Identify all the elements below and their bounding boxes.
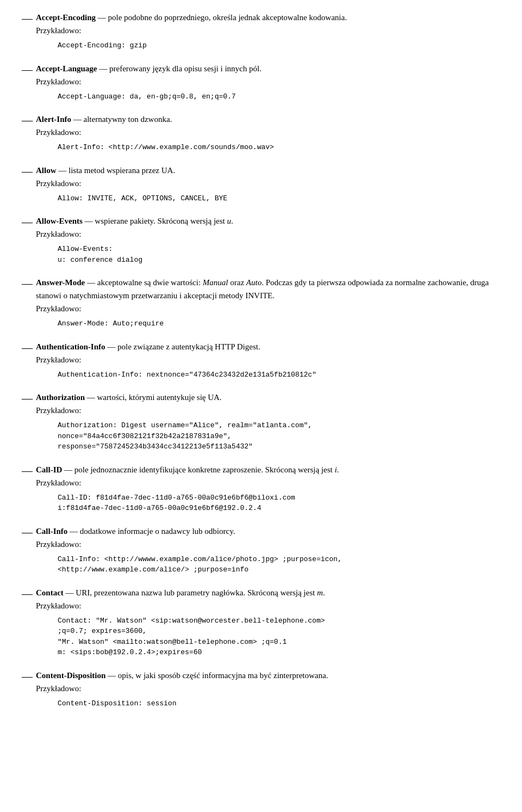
- code-accept-language: Accept-Language: da, en-gb;q=0.8, en;q=0…: [58, 91, 500, 102]
- desc-authentication-info: pole związane z autentykacją HTTP Digest…: [117, 342, 260, 351]
- desc2-call-id: .: [337, 465, 339, 474]
- example-label-call-id: Przykładowo:: [36, 476, 500, 489]
- example-label-answer-mode: Przykładowo:: [36, 302, 500, 315]
- intro-accept-language: Accept-Language — preferowany język dla …: [36, 64, 262, 73]
- intro-call-id: Call-ID — pole jednoznacznie identyfikuj…: [36, 465, 339, 474]
- intro-authentication-info: Authentication-Info — pole związane z au…: [36, 342, 260, 351]
- em-contact: m: [317, 588, 323, 597]
- em2-answer-mode: Auto: [246, 278, 262, 287]
- section-allow-events: — Allow-Events — wspierane pakiety. Skró…: [22, 214, 500, 268]
- intro-answer-mode: Answer-Mode — akceptowalne są dwie warto…: [36, 278, 489, 300]
- example-label-authorization: Przykładowo:: [36, 404, 500, 417]
- desc-content-disposition: opis, w jaki sposób część informacyjna m…: [118, 671, 328, 680]
- code-accept-encoding: Accept-Encoding: gzip: [58, 40, 500, 51]
- content-authentication-info: Authentication-Info — pole związane z au…: [36, 340, 500, 384]
- em-allow-events: u: [227, 217, 231, 225]
- code-authorization: Authorization: Digest username="Alice", …: [58, 420, 500, 452]
- intro-accept-encoding: Accept-Encoding — pole podobne do poprze…: [36, 13, 347, 22]
- dash-accept-encoding: —: [98, 13, 108, 22]
- desc-contact: URI, prezentowana nazwa lub parametry na…: [76, 588, 317, 597]
- bullet-call-info: —: [22, 525, 33, 540]
- bullet-content-disposition: —: [22, 669, 33, 684]
- bullet-authorization: —: [22, 391, 33, 406]
- code-call-info: Call-Info: <http://wwww.example.com/alic…: [58, 554, 500, 575]
- bullet-allow: —: [22, 164, 33, 179]
- term-call-info: Call-Info: [36, 527, 67, 536]
- bullet-allow-events: —: [22, 214, 33, 230]
- desc-alert-info: alternatywny ton dzwonka.: [83, 115, 172, 124]
- bullet-answer-mode: —: [22, 276, 33, 291]
- dash-content-disposition: —: [108, 671, 118, 680]
- example-label-accept-encoding: Przykładowo:: [36, 24, 500, 37]
- intro-call-info: Call-Info — dodatkowe informacje o nadaw…: [36, 527, 235, 536]
- desc-authorization: wartości, którymi autentykuje się UA.: [97, 393, 222, 402]
- dash-authorization: —: [87, 393, 97, 402]
- example-label-contact: Przykładowo:: [36, 599, 500, 612]
- section-accept-language: — Accept-Language — preferowany język dl…: [22, 62, 500, 106]
- bullet-alert-info: —: [22, 113, 33, 128]
- term-call-id: Call-ID: [36, 465, 62, 474]
- example-label-call-info: Przykładowo:: [36, 538, 500, 551]
- example-label-content-disposition: Przykładowo:: [36, 682, 500, 695]
- section-authorization: — Authorization — wartości, którymi aute…: [22, 391, 500, 456]
- content-alert-info: Alert-Info — alternatywny ton dzwonka. P…: [36, 113, 500, 156]
- em1-answer-mode: Manual: [203, 278, 228, 287]
- desc2-allow-events: .: [231, 217, 233, 225]
- code-alert-info: Alert-Info: <http://www.example.com/soun…: [58, 142, 500, 153]
- section-answer-mode: — Answer-Mode — akceptowalne są dwie war…: [22, 276, 500, 333]
- example-label-alert-info: Przykładowo:: [36, 126, 500, 139]
- section-authentication-info: — Authentication-Info — pole związane z …: [22, 340, 500, 384]
- term-authentication-info: Authentication-Info: [36, 342, 105, 351]
- section-contact: — Contact — URI, prezentowana nazwa lub …: [22, 586, 500, 661]
- intro-content-disposition: Content-Disposition — opis, w jaki sposó…: [36, 671, 328, 680]
- desc-call-id: pole jednoznacznie identyfikujące konkre…: [74, 465, 335, 474]
- section-call-info: — Call-Info — dodatkowe informacje o nad…: [22, 525, 500, 579]
- dash-authentication-info: —: [107, 342, 117, 351]
- bullet-call-id: —: [22, 463, 33, 478]
- code-contact: Contact: "Mr. Watson" <sip:watson@worces…: [58, 616, 500, 658]
- dash-call-id: —: [64, 465, 74, 474]
- section-alert-info: — Alert-Info — alternatywny ton dzwonka.…: [22, 113, 500, 156]
- section-call-id: — Call-ID — pole jednoznacznie identyfik…: [22, 463, 500, 517]
- content-accept-language: Accept-Language — preferowany język dla …: [36, 62, 500, 106]
- dash-alert-info: —: [73, 115, 84, 124]
- desc-allow: lista metod wspierana przez UA.: [69, 166, 175, 175]
- term-allow: Allow: [36, 166, 57, 175]
- desc-accept-encoding: pole podobne do poprzedniego, określa je…: [108, 13, 347, 22]
- dash-accept-language: —: [99, 64, 109, 73]
- content-authorization: Authorization — wartości, którymi autent…: [36, 391, 500, 456]
- dash-allow: —: [58, 166, 69, 175]
- code-answer-mode: Answer-Mode: Auto;require: [58, 318, 500, 329]
- intro-allow-events: Allow-Events — wspierane pakiety. Skróco…: [36, 217, 233, 225]
- dash-call-info: —: [70, 527, 80, 536]
- code-call-id: Call-ID: f81d4fae-7dec-11d0-a765-00a0c91…: [58, 493, 500, 514]
- section-allow: — Allow — lista metod wspierana przez UA…: [22, 164, 500, 207]
- bullet-authentication-info: —: [22, 340, 33, 355]
- dash-contact: —: [66, 588, 76, 597]
- desc-accept-language: preferowany język dla opisu sesji i inny…: [109, 64, 262, 73]
- content-accept-encoding: Accept-Encoding — pole podobne do poprze…: [36, 11, 500, 54]
- term-alert-info: Alert-Info: [36, 115, 71, 124]
- example-label-allow-events: Przykładowo:: [36, 227, 500, 241]
- content-allow: Allow — lista metod wspierana przez UA. …: [36, 164, 500, 207]
- term-authorization: Authorization: [36, 393, 85, 402]
- content-answer-mode: Answer-Mode — akceptowalne są dwie warto…: [36, 276, 500, 333]
- bullet-accept-encoding: —: [22, 11, 33, 26]
- content-call-id: Call-ID — pole jednoznacznie identyfikuj…: [36, 463, 500, 517]
- desc-call-info: dodatkowe informacje o nadawcy lub odbio…: [80, 527, 235, 536]
- bullet-contact: —: [22, 586, 33, 601]
- intro-contact: Contact — URI, prezentowana nazwa lub pa…: [36, 588, 325, 597]
- intro-authorization: Authorization — wartości, którymi autent…: [36, 393, 222, 402]
- example-label-authentication-info: Przykładowo:: [36, 353, 500, 366]
- content-contact: Contact — URI, prezentowana nazwa lub pa…: [36, 586, 500, 661]
- content-content-disposition: Content-Disposition — opis, w jaki sposó…: [36, 669, 500, 712]
- term-allow-events: Allow-Events: [36, 217, 83, 225]
- code-allow: Allow: INVITE, ACK, OPTIONS, CANCEL, BYE: [58, 193, 500, 204]
- term-answer-mode: Answer-Mode: [36, 278, 85, 287]
- code-allow-events: Allow-Events: u: conference dialog: [58, 244, 500, 265]
- content-call-info: Call-Info — dodatkowe informacje o nadaw…: [36, 525, 500, 579]
- code-authentication-info: Authentication-Info: nextnonce="47364c23…: [58, 370, 500, 380]
- term-accept-language: Accept-Language: [36, 64, 97, 73]
- dash-answer-mode: —: [87, 278, 97, 287]
- intro-alert-info: Alert-Info — alternatywny ton dzwonka.: [36, 115, 172, 124]
